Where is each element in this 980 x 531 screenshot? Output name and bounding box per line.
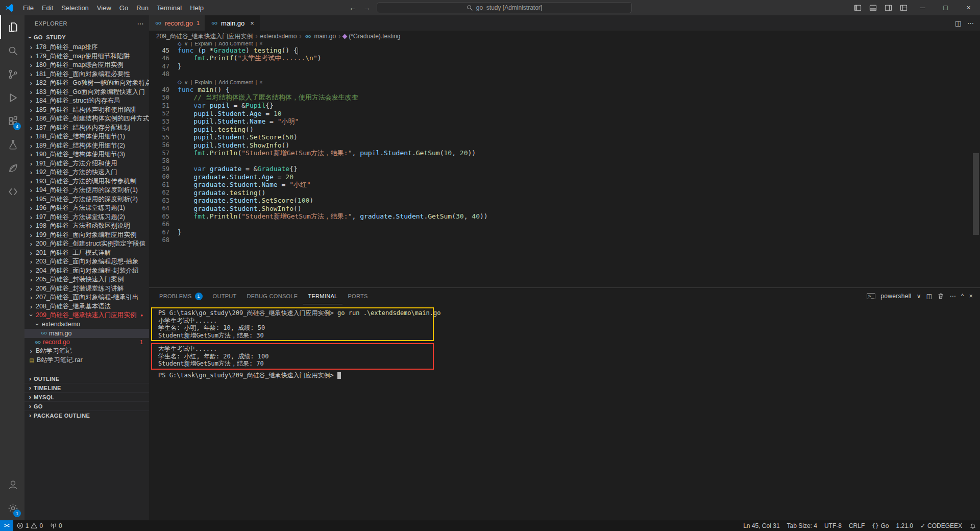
folder-row[interactable]: ›192_尚硅谷_方法的快速入门 (24, 168, 149, 177)
editor-scrollbar[interactable] (973, 153, 979, 235)
panel-tab-debug-console[interactable]: DEBUG CONSOLE (242, 288, 303, 304)
folder-row[interactable]: ›179_尚硅谷_map使用细节和陷阱 (24, 52, 149, 61)
codelens-close-icon[interactable]: × (259, 79, 262, 85)
shell-name[interactable]: powershell (880, 293, 911, 300)
menu-run[interactable]: Run (132, 3, 153, 13)
customize-layout-icon[interactable] (896, 0, 911, 15)
eol-sequence[interactable]: CRLF (845, 520, 868, 531)
activity-search[interactable] (0, 39, 24, 62)
more-actions-icon[interactable]: ⋯ (137, 20, 144, 28)
codelens-close-icon[interactable]: × (259, 42, 262, 46)
activity-extension-leaf[interactable] (0, 156, 24, 180)
codelens-add-comment[interactable]: Add Comment (218, 42, 253, 46)
pane-package-outline[interactable]: ›PACKAGE OUTLINE (24, 411, 149, 420)
codelens-explain[interactable]: Explain (194, 42, 212, 46)
menu-go[interactable]: Go (115, 3, 132, 13)
terminal-content[interactable]: PS G:\task\go_study\209_尚硅谷_继承快速入门应用实例> … (158, 306, 970, 520)
folder-row[interactable]: ›B站学习笔记 (24, 347, 149, 356)
pane-outline[interactable]: ›OUTLINE (24, 374, 149, 383)
problems-status[interactable]: 1 0 (13, 520, 46, 531)
folder-row[interactable]: ›207_尚硅谷_面向对象编程-继承引出 (24, 293, 149, 302)
forward-arrow-icon[interactable]: → (362, 4, 372, 12)
toggle-panel-icon[interactable] (865, 0, 880, 15)
indentation[interactable]: Tab Size: 4 (783, 520, 821, 531)
folder-row[interactable]: ›195_尚硅谷_方法使用的深度剖析(2) (24, 195, 149, 204)
codelens-add-comment[interactable]: Add Comment (218, 79, 253, 85)
menu-edit[interactable]: Edit (38, 3, 57, 13)
maximize-button[interactable]: □ (934, 0, 957, 15)
menu-view[interactable]: View (93, 3, 115, 13)
folder-row[interactable]: ›extendsdemo (24, 320, 149, 329)
go-version[interactable]: 1.21.0 (893, 520, 917, 531)
panel-tab-problems[interactable]: PROBLEMS1 (154, 288, 208, 304)
folder-row[interactable]: ›178_尚硅谷_map排序 (24, 43, 149, 52)
folder-row[interactable]: ›209_尚硅谷_继承快速入门应用实例● (24, 311, 149, 320)
panel-tab-ports[interactable]: PORTS (342, 288, 373, 304)
folder-row[interactable]: ›196_尚硅谷_方法课堂练习题(1) (24, 204, 149, 213)
menu-file[interactable]: File (19, 3, 38, 13)
pane-timeline[interactable]: ›TIMELINE (24, 383, 149, 392)
folder-row[interactable]: ›208_尚硅谷_继承基本语法 (24, 302, 149, 311)
activity-testing[interactable] (0, 133, 24, 156)
folder-row[interactable]: ›194_尚硅谷_方法使用的深度剖析(1) (24, 186, 149, 195)
ports-status[interactable]: 0 (46, 520, 66, 531)
tab-main.go[interactable]: GOmain.go× (205, 15, 260, 31)
folder-row[interactable]: ›204_尚硅谷_面向对象编程-封装介绍 (24, 267, 149, 276)
folder-row[interactable]: ›183_尚硅谷_Go面向对象编程快速入门 (24, 88, 149, 97)
back-arrow-icon[interactable]: ← (348, 4, 357, 12)
pane-go[interactable]: ›GO (24, 401, 149, 411)
minimize-button[interactable]: ─ (911, 0, 934, 15)
maximize-panel-icon[interactable]: ^ (961, 293, 964, 300)
toggle-sidebar-icon[interactable] (850, 0, 865, 15)
activity-run-debug[interactable] (0, 86, 24, 109)
file-row[interactable]: GOmain.go (24, 329, 149, 338)
folder-row[interactable]: ›187_尚硅谷_结构体内存分配机制 (24, 124, 149, 133)
folder-row[interactable]: ›188_尚硅谷_结构体使用细节(1) (24, 132, 149, 141)
remote-indicator[interactable]: >< (0, 520, 13, 531)
toggle-secondary-sidebar-icon[interactable] (880, 0, 896, 15)
breadcrumb-item[interactable]: (*Graduate).testing (343, 33, 400, 40)
activity-explorer[interactable] (0, 15, 24, 39)
folder-row[interactable]: ›201_尚硅谷_工厂模式详解 (24, 249, 149, 258)
close-button[interactable]: × (957, 0, 980, 15)
folder-row[interactable]: ›184_尚硅谷_struct的内存布局 (24, 96, 149, 106)
folder-row[interactable]: ›198_尚硅谷_方法和函数区别说明 (24, 222, 149, 231)
folder-row[interactable]: ›186_尚硅谷_创建结构体实例的四种方式 (24, 114, 149, 124)
folder-row[interactable]: ›180_尚硅谷_map综合应用实例 (24, 61, 149, 70)
folder-row[interactable]: ›200_尚硅谷_创建struct实例指定字段值 (24, 239, 149, 249)
command-center-search[interactable]: go_study [Administrator] (377, 2, 632, 13)
editor-more-icon[interactable]: ⋯ (967, 19, 974, 27)
pane-mysql[interactable]: ›MYSQL (24, 392, 149, 401)
folder-row[interactable]: ›185_尚硅谷_结构体声明和使用陷阱 (24, 106, 149, 115)
codegeex-status[interactable]: ✓ CODEGEEX (917, 520, 966, 531)
breadcrumb-item[interactable]: 209_尚硅谷_继承快速入门应用实例 (156, 32, 253, 41)
split-terminal-icon[interactable]: ◫ (926, 293, 933, 300)
activity-settings[interactable]: 1 (0, 496, 24, 520)
folder-row[interactable]: ›193_尚硅谷_方法的调用和传参机制 (24, 177, 149, 186)
cursor-position[interactable]: Ln 45, Col 31 (740, 520, 783, 531)
file-row[interactable]: GOrecord.go1 (24, 338, 149, 347)
folder-row[interactable]: ›190_尚硅谷_结构体使用细节(3) (24, 150, 149, 159)
folder-row[interactable]: ›205_尚硅谷_封装快速入门案例 (24, 275, 149, 284)
folder-row[interactable]: ›191_尚硅谷_方法介绍和使用 (24, 159, 149, 168)
codelens-explain[interactable]: Explain (194, 79, 212, 85)
activity-source-control[interactable] (0, 62, 24, 86)
folder-row[interactable]: ›189_尚硅谷_结构体使用细节(2) (24, 141, 149, 151)
encoding[interactable]: UTF-8 (821, 520, 845, 531)
activity-codegeex[interactable] (0, 180, 24, 203)
menu-selection[interactable]: Selection (57, 3, 92, 13)
code-editor[interactable]: ◇∨|Explain|Add Comment|×45func (p *Gradu… (149, 42, 980, 287)
breadcrumb-item[interactable]: GOmain.go (304, 33, 336, 40)
split-editor-icon[interactable]: ◫ (955, 19, 961, 27)
folder-row[interactable]: ›206_尚硅谷_封装课堂练习讲解 (24, 284, 149, 294)
notifications[interactable] (966, 520, 980, 531)
file-row[interactable]: ▤B站学习笔记.rar (24, 356, 149, 365)
panel-tab-terminal[interactable]: TERMINAL (303, 288, 342, 304)
breadcrumb-item[interactable]: extendsdemo (260, 33, 297, 40)
folder-row[interactable]: ›203_尚硅谷_面向对象编程思想-抽象 (24, 257, 149, 267)
activity-extensions[interactable]: 4 (0, 109, 24, 133)
language-mode[interactable]: {} Go (868, 520, 892, 531)
shell-dropdown-icon[interactable]: ∨ (917, 293, 921, 300)
activity-account[interactable] (0, 473, 24, 496)
tab-record.go[interactable]: GOrecord.go1 (149, 15, 205, 31)
